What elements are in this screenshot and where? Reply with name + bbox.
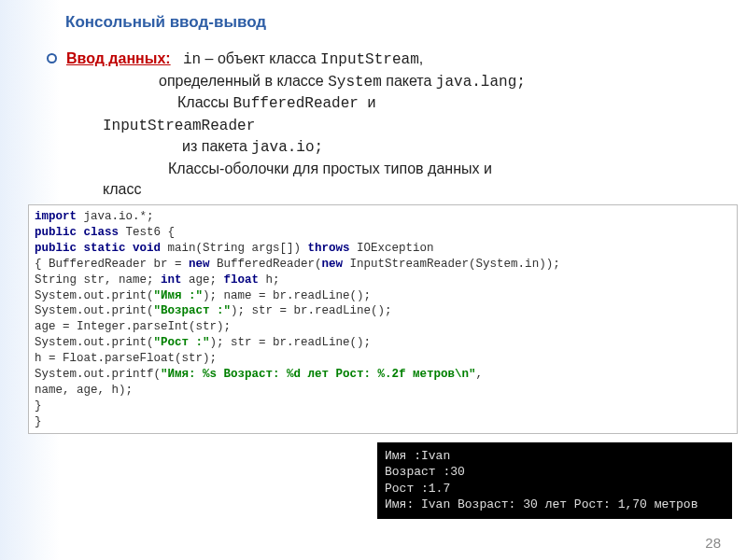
code-text: age = Integer.parseInt(str); [35,320,231,333]
page-number: 28 [705,535,721,551]
code-text: BufferedReader( [217,258,322,271]
str-literal: "Рост :" [154,336,210,349]
bullet-item: Ввод данных: in – объект класса InputStr… [47,49,719,71]
code-text: ); str = br.readLine(); [210,336,372,349]
bullet-text: Ввод данных: in – объект класса InputStr… [66,49,423,71]
code-text: System.out.printf( [35,368,161,381]
text: , [419,50,423,66]
code-text: } [35,415,42,428]
bullet-icon [47,53,57,63]
code-text: System.out.print( [35,336,154,349]
code-javalang: java.lang; [436,74,526,91]
kw-float: float [224,273,266,287]
text: Классы [177,94,233,110]
code-text: ); str = br.readLine(); [231,304,392,317]
str-literal: "Возраст :" [154,304,232,317]
code-text: h = Float.parseFloat(str); [35,352,217,365]
code-inputstreamreader: InputStreamReader [103,118,255,134]
code-editor: import java.io.*; public class Test6 { p… [28,204,738,434]
text-line: определенный в классе System пакета java… [159,71,719,93]
kw-public-class: public class [35,226,126,239]
kw-new: new [322,258,350,271]
code-text: System.out.print( [35,289,154,302]
slide-title: Консольный ввод-вывод [65,13,719,32]
code-text: , [476,368,484,381]
code-text: { BufferedReader br = [35,258,189,271]
code-text: age; [189,273,224,287]
code-text: InputStreamReader(System.in)); [350,258,560,271]
str-literal: "Имя :" [154,289,204,302]
code-text: IOException [357,242,434,255]
slide: Консольный ввод-вывод Ввод данных: in – … [0,0,747,560]
code-text: ); name = br.readLine(); [203,289,371,302]
text: пакета [382,73,436,89]
str-literal: "Имя: %s Возраст: %d лет Рост: %.2f метр… [161,368,476,381]
text-line: Классы-оболочки для простых типов данных… [168,159,719,179]
text: – объект класса [201,50,320,66]
code-system: System [328,74,382,91]
text: Классы-оболочки для простых типов данных… [168,161,492,176]
kw-new: new [189,258,217,271]
kw-throws: throws [308,242,358,255]
text: определенный в классе [159,73,328,89]
text-line: InputStreamReader [103,115,719,137]
code-text: Test6 { [126,226,176,239]
code-in: in [183,51,201,68]
code-text: java.io.*; [77,210,154,223]
code-text: } [35,399,42,413]
kw-psv: public static void [35,242,168,255]
text: класс [103,181,141,197]
slide-body: Ввод данных: in – объект класса InputStr… [47,49,719,434]
code-text: h; [266,273,280,287]
text: из пакета [182,138,251,154]
code-text: String str, name; [35,273,161,287]
code-javaio: java.io; [251,139,323,156]
kw-int: int [161,273,189,287]
kw-import: import [35,210,77,223]
console-output: Имя :Ivan Возраст :30 Рост :1.7 Имя: Iva… [377,442,732,519]
text-line: класс [103,179,719,200]
text-line: Классы BufferedReader и [177,92,719,115]
code-bufferedreader: BufferedReader [233,95,368,112]
code-text: System.out.print( [35,304,154,317]
text-line: из пакета java.io; [182,136,719,159]
code-text: main(String args[]) [168,242,308,255]
text: и [368,94,376,110]
input-heading: Ввод данных: [66,50,171,66]
code-inputstream: InputStream [320,51,419,68]
code-text: name, age, h); [35,384,133,397]
